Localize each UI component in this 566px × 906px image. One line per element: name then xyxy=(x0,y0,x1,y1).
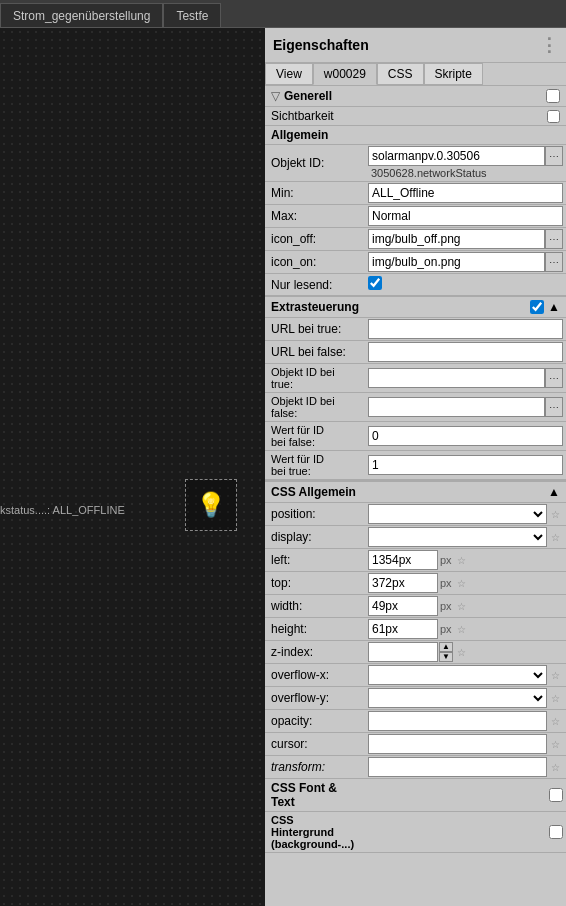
extrasteuerung-checkbox[interactable] xyxy=(530,300,544,314)
z-index-up[interactable]: ▲ xyxy=(439,642,453,652)
left-label: left: xyxy=(265,551,365,569)
url-true-row: URL bei true: xyxy=(265,318,566,341)
css-allgemein-collapse[interactable]: ▲ xyxy=(548,485,560,499)
z-index-down[interactable]: ▼ xyxy=(439,652,453,662)
position-select[interactable] xyxy=(368,504,547,524)
max-value xyxy=(365,205,566,227)
css-hintergrund-checkbox[interactable] xyxy=(549,825,563,839)
allgemein-label: Allgemein xyxy=(265,126,566,145)
css-allgemein-title: CSS Allgemein xyxy=(271,485,548,499)
panel-header: Eigenschaften ⋮ xyxy=(265,28,566,63)
overflow-x-select[interactable] xyxy=(368,665,547,685)
css-font-checkbox[interactable] xyxy=(549,788,563,802)
tab-testfe[interactable]: Testfe xyxy=(163,3,221,27)
overflow-y-select[interactable] xyxy=(368,688,547,708)
cursor-label: cursor: xyxy=(265,735,365,753)
width-star[interactable]: ☆ xyxy=(454,596,470,616)
objekt-id-true-input[interactable] xyxy=(368,368,545,388)
overflow-x-row: overflow-x: ☆ xyxy=(265,664,566,687)
min-row: Min: xyxy=(265,182,566,205)
icon-on-label: icon_on: xyxy=(265,253,365,271)
extrasteuerung-title: Extrasteuerung xyxy=(271,300,530,314)
css-allgemein-header: CSS Allgemein ▲ xyxy=(265,480,566,503)
position-star[interactable]: ☆ xyxy=(547,504,563,524)
height-star[interactable]: ☆ xyxy=(454,619,470,639)
cursor-input[interactable] xyxy=(368,734,547,754)
css-font-row: CSS Font & Text xyxy=(265,779,566,812)
nur-lesend-checkbox[interactable] xyxy=(368,276,382,290)
display-select[interactable] xyxy=(368,527,547,547)
overflow-x-star[interactable]: ☆ xyxy=(547,665,563,685)
objekt-id-false-row: Objekt ID beifalse: ⋯ xyxy=(265,393,566,422)
position-value: ☆ xyxy=(365,503,566,525)
top-input[interactable] xyxy=(368,573,438,593)
cursor-value: ☆ xyxy=(365,733,566,755)
url-true-label: URL bei true: xyxy=(265,320,365,338)
right-panel: Eigenschaften ⋮ View w00029 CSS Skripte … xyxy=(265,28,566,906)
left-input[interactable] xyxy=(368,550,438,570)
objekt-id-true-row: Objekt ID beitrue: ⋯ xyxy=(265,364,566,393)
tab-w00029[interactable]: w00029 xyxy=(313,63,377,85)
z-index-star[interactable]: ☆ xyxy=(453,642,469,662)
width-input[interactable] xyxy=(368,596,438,616)
tab-css[interactable]: CSS xyxy=(377,63,424,85)
z-index-input[interactable] xyxy=(368,642,438,662)
objekt-id-false-btn[interactable]: ⋯ xyxy=(545,397,563,417)
transform-input[interactable] xyxy=(368,757,547,777)
height-input[interactable] xyxy=(368,619,438,639)
icon-on-value: ⋯ xyxy=(365,251,566,273)
top-row: top: px ☆ xyxy=(265,572,566,595)
objekt-id-false-value: ⋯ xyxy=(365,396,566,418)
display-value: ☆ xyxy=(365,526,566,548)
icon-off-value: ⋯ xyxy=(365,228,566,250)
height-value: px ☆ xyxy=(365,618,566,640)
transform-star[interactable]: ☆ xyxy=(547,757,563,777)
display-label: display: xyxy=(265,528,365,546)
extrasteuerung-collapse[interactable]: ▲ xyxy=(548,300,560,314)
max-input[interactable] xyxy=(368,206,563,226)
objekt-id-false-input[interactable] xyxy=(368,397,545,417)
tab-strom[interactable]: Strom_gegenüberstellung xyxy=(0,3,163,27)
objekt-id-input[interactable] xyxy=(368,146,545,166)
icon-off-input[interactable] xyxy=(368,229,545,249)
height-row: height: px ☆ xyxy=(265,618,566,641)
opacity-star[interactable]: ☆ xyxy=(547,711,563,731)
objekt-id-row: Objekt ID: ⋯ 3050628.networkStatus xyxy=(265,145,566,182)
objekt-id-label: Objekt ID: xyxy=(265,154,365,172)
nur-lesend-row: Nur lesend: xyxy=(265,274,566,296)
tab-skripte[interactable]: Skripte xyxy=(424,63,483,85)
objekt-id-true-btn[interactable]: ⋯ xyxy=(545,368,563,388)
min-input[interactable] xyxy=(368,183,563,203)
cursor-star[interactable]: ☆ xyxy=(547,734,563,754)
url-true-input[interactable] xyxy=(368,319,563,339)
sichtbarkeit-checkbox[interactable] xyxy=(547,110,560,123)
overflow-y-value: ☆ xyxy=(365,687,566,709)
properties-content[interactable]: ▽ Generell Sichtbarkeit Allgemein Objekt… xyxy=(265,86,566,906)
widget-label: kstatus....: ALL_OFFLINE xyxy=(0,504,125,516)
display-star[interactable]: ☆ xyxy=(547,527,563,547)
overflow-y-star[interactable]: ☆ xyxy=(547,688,563,708)
generell-checkbox[interactable] xyxy=(546,89,560,103)
icon-on-input[interactable] xyxy=(368,252,545,272)
url-false-label: URL bei false: xyxy=(265,343,365,361)
url-false-value xyxy=(365,341,566,363)
top-star[interactable]: ☆ xyxy=(454,573,470,593)
wert-true-input[interactable] xyxy=(368,455,563,475)
left-star[interactable]: ☆ xyxy=(454,550,470,570)
opacity-input[interactable] xyxy=(368,711,547,731)
left-px: px xyxy=(438,554,454,566)
url-false-input[interactable] xyxy=(368,342,563,362)
objekt-id-true-value: ⋯ xyxy=(365,367,566,389)
wert-false-input[interactable] xyxy=(368,426,563,446)
wert-true-value xyxy=(365,454,566,476)
height-label: height: xyxy=(265,620,365,638)
icon-on-btn[interactable]: ⋯ xyxy=(545,252,563,272)
css-hintergrund-label: CSS Hintergrund(background-...) xyxy=(265,812,365,852)
width-px: px xyxy=(438,600,454,612)
position-row: position: ☆ xyxy=(265,503,566,526)
z-index-value: ▲ ▼ ☆ xyxy=(365,641,566,663)
icon-off-btn[interactable]: ⋯ xyxy=(545,229,563,249)
tab-view[interactable]: View xyxy=(265,63,313,85)
url-true-value xyxy=(365,318,566,340)
objekt-id-btn[interactable]: ⋯ xyxy=(545,146,563,166)
